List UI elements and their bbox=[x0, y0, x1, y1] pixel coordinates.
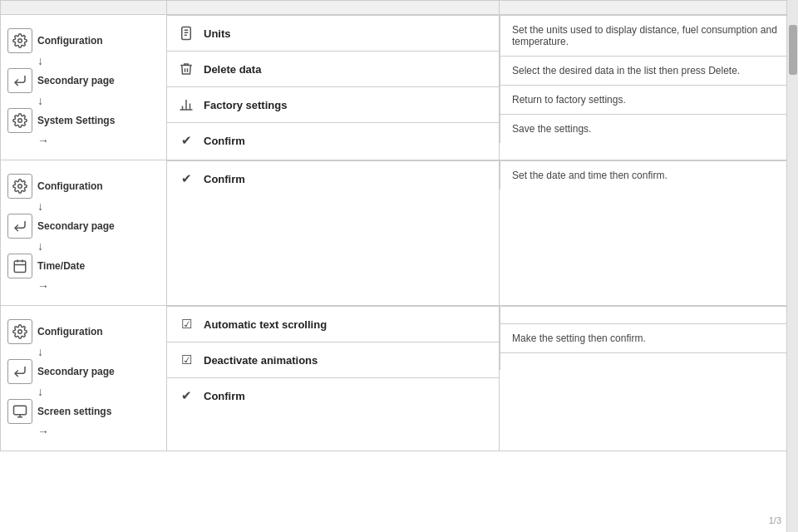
arrow-right-icon: → bbox=[37, 426, 49, 437]
level1-label: Configuration bbox=[37, 35, 103, 47]
svg-rect-11 bbox=[14, 261, 26, 273]
comment-text: Return to factory settings. bbox=[500, 86, 797, 115]
level2-row: ✔Confirm bbox=[167, 161, 499, 197]
scrollbar[interactable] bbox=[786, 0, 798, 532]
level1-cell-time-date: Configuration↓Secondary page↓Time/Date→ bbox=[1, 160, 167, 306]
level1-label: Configuration bbox=[37, 180, 103, 192]
level2-cell-system-settings: UnitsDelete dataFactory settings✔Confirm bbox=[167, 15, 500, 160]
level1-cell-screen-settings: Configuration↓Secondary page↓Screen sett… bbox=[1, 306, 167, 451]
svg-point-1 bbox=[18, 119, 22, 123]
main-table: Configuration↓Secondary page↓System Sett… bbox=[0, 0, 798, 451]
level2-row: Factory settings bbox=[167, 87, 499, 123]
level1-icon bbox=[7, 254, 32, 278]
arrow-down-icon: ↓ bbox=[37, 95, 43, 106]
level2-label: Confirm bbox=[204, 135, 245, 147]
level2-cell-screen-settings: ☑Automatic text scrolling☑Deactivate ani… bbox=[167, 306, 500, 451]
svg-point-15 bbox=[18, 330, 22, 334]
level2-label: Confirm bbox=[204, 173, 245, 185]
page-watermark: 1/3 bbox=[769, 515, 781, 525]
comment-text: Select the desired data in the list then… bbox=[500, 57, 797, 86]
level2-row: ☑Deactivate animations bbox=[167, 342, 499, 378]
level1-cell-system-settings: Configuration↓Secondary page↓System Sett… bbox=[1, 15, 167, 160]
level2-icon bbox=[177, 60, 195, 78]
level1-item: Time/Date bbox=[7, 254, 85, 278]
level1-item: Configuration bbox=[7, 174, 103, 199]
comment-row: Set the units used to display distance, … bbox=[500, 16, 797, 57]
comment-row: Save the settings. bbox=[500, 115, 797, 144]
arrow-right-icon: → bbox=[37, 135, 49, 146]
level1-icon bbox=[7, 399, 32, 424]
comment-row bbox=[500, 353, 797, 371]
arrow-down-icon: ↓ bbox=[37, 55, 43, 66]
section-row-time-date: Configuration↓Secondary page↓Time/Date→✔… bbox=[1, 160, 798, 306]
level1-label: Secondary page bbox=[37, 366, 115, 377]
comment-text: Set the units used to display distance, … bbox=[500, 16, 797, 57]
level1-icon bbox=[7, 319, 32, 344]
section-row-system-settings: Configuration↓Secondary page↓System Sett… bbox=[1, 15, 798, 160]
level1-label: Configuration bbox=[37, 326, 103, 337]
level2-label: Delete data bbox=[204, 63, 261, 76]
header-level2 bbox=[167, 1, 500, 15]
level1-icon bbox=[7, 214, 32, 239]
level1-icon bbox=[7, 28, 32, 53]
comment-row: Make the setting then confirm. bbox=[500, 324, 797, 353]
level1-item: Secondary page bbox=[7, 68, 115, 93]
level2-label: Deactivate animations bbox=[204, 354, 318, 367]
level1-item: Configuration bbox=[7, 319, 103, 344]
level2-icon bbox=[177, 24, 195, 42]
level1-item: Screen settings bbox=[7, 399, 111, 424]
level1-item: Secondary page bbox=[7, 214, 115, 239]
arrow-down-icon: ↓ bbox=[37, 200, 43, 212]
level1-item: Configuration bbox=[7, 28, 103, 53]
arrow-right-icon: → bbox=[37, 280, 49, 292]
level1-label: Secondary page bbox=[37, 75, 115, 86]
level1-item: Secondary page bbox=[7, 359, 115, 384]
level2-label: Factory settings bbox=[204, 99, 287, 111]
level1-label: Screen settings bbox=[37, 406, 111, 417]
svg-rect-16 bbox=[14, 406, 27, 415]
header-level1 bbox=[1, 1, 167, 15]
level2-row: Delete data bbox=[167, 52, 499, 87]
level2-row: ✔Confirm bbox=[167, 378, 499, 414]
comments-cell-time-date: Set the date and time then confirm. bbox=[500, 160, 798, 306]
level2-row: ☑Automatic text scrolling bbox=[167, 307, 499, 342]
level2-label: Automatic text scrolling bbox=[204, 318, 327, 331]
header-comments bbox=[500, 1, 798, 15]
level2-row: Units bbox=[167, 16, 499, 52]
level2-label: Units bbox=[204, 27, 231, 40]
level2-icon bbox=[177, 96, 195, 114]
comment-text bbox=[500, 307, 797, 324]
level2-icon: ✔ bbox=[177, 170, 195, 188]
comment-row: Set the date and time then confirm. bbox=[500, 161, 797, 190]
level1-item: System Settings bbox=[7, 108, 115, 133]
level1-icon bbox=[7, 359, 32, 384]
comment-row: Return to factory settings. bbox=[500, 86, 797, 115]
level1-icon bbox=[7, 108, 32, 133]
level1-icon bbox=[7, 174, 32, 199]
level2-cell-time-date: ✔Confirm bbox=[167, 160, 500, 306]
level1-label: Time/Date bbox=[37, 260, 85, 272]
comment-text: Set the date and time then confirm. bbox=[500, 161, 797, 190]
level1-label: Secondary page bbox=[37, 220, 115, 232]
comment-row: Select the desired data in the list then… bbox=[500, 57, 797, 86]
svg-point-0 bbox=[18, 39, 22, 43]
level1-icon bbox=[7, 68, 32, 93]
comment-text: Make the setting then confirm. bbox=[500, 324, 797, 353]
scroll-thumb[interactable] bbox=[789, 25, 797, 75]
comment-row bbox=[500, 307, 797, 324]
comment-text bbox=[500, 353, 797, 371]
level2-icon: ✔ bbox=[177, 387, 195, 405]
arrow-down-icon: ↓ bbox=[37, 386, 43, 397]
arrow-down-icon: ↓ bbox=[37, 240, 43, 252]
comments-cell-system-settings: Set the units used to display distance, … bbox=[500, 15, 798, 160]
section-row-screen-settings: Configuration↓Secondary page↓Screen sett… bbox=[1, 306, 798, 451]
level2-icon: ✔ bbox=[177, 131, 195, 150]
level2-row: ✔Confirm bbox=[167, 123, 499, 159]
level2-icon: ☑ bbox=[177, 351, 195, 369]
comments-cell-screen-settings: Make the setting then confirm. bbox=[500, 306, 798, 451]
comment-text: Save the settings. bbox=[500, 115, 797, 144]
level2-icon: ☑ bbox=[177, 315, 195, 333]
arrow-down-icon: ↓ bbox=[37, 346, 43, 357]
svg-point-10 bbox=[18, 185, 22, 189]
level1-label: System Settings bbox=[37, 115, 115, 126]
